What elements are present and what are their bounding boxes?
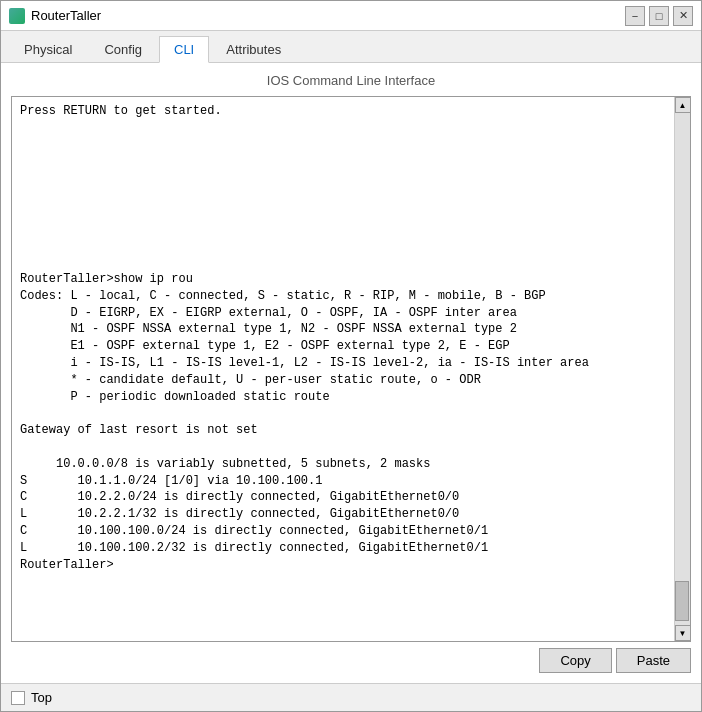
tab-config[interactable]: Config [89, 36, 157, 63]
cli-output[interactable]: Press RETURN to get started. RouterTalle… [12, 97, 674, 641]
scroll-up-button[interactable]: ▲ [675, 97, 691, 113]
button-row: Copy Paste [11, 648, 691, 673]
scrollbar: ▲ ▼ [674, 97, 690, 641]
copy-button[interactable]: Copy [539, 648, 611, 673]
content-area: IOS Command Line Interface Press RETURN … [1, 63, 701, 683]
tab-attributes[interactable]: Attributes [211, 36, 296, 63]
top-label: Top [31, 690, 52, 705]
minimize-button[interactable]: − [625, 6, 645, 26]
window-title: RouterTaller [31, 8, 625, 23]
main-window: RouterTaller − □ ✕ Physical Config CLI A… [0, 0, 702, 712]
tab-physical[interactable]: Physical [9, 36, 87, 63]
scroll-thumb[interactable] [675, 581, 689, 621]
cli-container: Press RETURN to get started. RouterTalle… [11, 96, 691, 642]
app-icon [9, 8, 25, 24]
tabs-bar: Physical Config CLI Attributes [1, 31, 701, 63]
bottom-bar: Top [1, 683, 701, 711]
scroll-down-button[interactable]: ▼ [675, 625, 691, 641]
top-checkbox[interactable] [11, 691, 25, 705]
section-title: IOS Command Line Interface [11, 73, 691, 88]
scroll-track[interactable] [675, 113, 690, 625]
paste-button[interactable]: Paste [616, 648, 691, 673]
maximize-button[interactable]: □ [649, 6, 669, 26]
title-bar: RouterTaller − □ ✕ [1, 1, 701, 31]
tab-cli[interactable]: CLI [159, 36, 209, 63]
window-controls: − □ ✕ [625, 6, 693, 26]
close-button[interactable]: ✕ [673, 6, 693, 26]
